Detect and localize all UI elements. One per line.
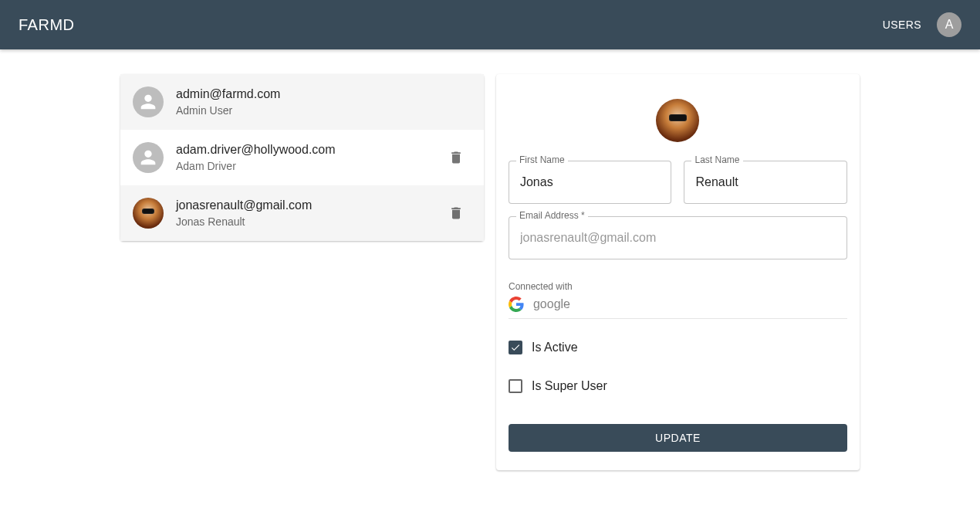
user-email: jonasrenault@gmail.com [176,196,441,215]
nav-users[interactable]: USERS [883,19,921,31]
checkbox-unchecked-icon [509,379,522,393]
detail-user-avatar [656,99,699,142]
user-detail-panel: First Name Last Name Email Address * Con… [496,74,860,470]
delete-user-button[interactable] [441,198,471,229]
user-name: Admin User [176,103,471,119]
detail-avatar-wrap [509,99,847,142]
checkbox-checked-icon [509,341,522,354]
app-title: FARMD [19,16,883,34]
person-icon [133,86,164,117]
user-name: Jonas Renault [176,215,441,230]
appbar: FARMD USERS A [0,0,980,49]
user-list-item[interactable]: adam.driver@hollywood.com Adam Driver [120,130,484,185]
connected-provider-name: google [533,297,570,311]
email-input[interactable] [509,216,847,259]
connected-with-label: Connected with [509,281,847,292]
first-name-label: First Name [516,154,568,165]
last-name-input[interactable] [684,161,847,204]
last-name-label: Last Name [691,154,742,165]
trash-icon [448,205,464,221]
delete-user-button[interactable] [441,142,471,173]
user-name: Adam Driver [176,159,441,175]
is-active-label: Is Active [532,341,578,354]
google-icon [509,297,524,312]
user-list-item-text: jonasrenault@gmail.com Jonas Renault [176,196,441,230]
user-email: adam.driver@hollywood.com [176,141,441,159]
is-super-user-label: Is Super User [532,379,607,393]
user-photo-avatar [133,198,164,229]
is-active-checkbox[interactable]: Is Active [509,341,847,354]
current-user-avatar[interactable]: A [937,12,961,37]
user-list-item-text: admin@farmd.com Admin User [176,85,471,119]
first-name-input[interactable] [509,161,672,204]
user-list-item-text: adam.driver@hollywood.com Adam Driver [176,141,441,175]
main-content: admin@farmd.com Admin User adam.driver@h… [0,49,980,495]
user-list-item[interactable]: jonasrenault@gmail.com Jonas Renault [120,185,484,241]
person-icon [133,142,164,173]
user-list-item[interactable]: admin@farmd.com Admin User [120,74,484,130]
connected-provider-row: google [509,297,847,319]
update-button[interactable]: UPDATE [509,424,847,452]
user-email: admin@farmd.com [176,85,471,103]
trash-icon [448,150,464,165]
user-list-panel: admin@farmd.com Admin User adam.driver@h… [120,74,484,241]
email-label: Email Address * [516,210,588,221]
is-super-user-checkbox[interactable]: Is Super User [509,379,847,393]
